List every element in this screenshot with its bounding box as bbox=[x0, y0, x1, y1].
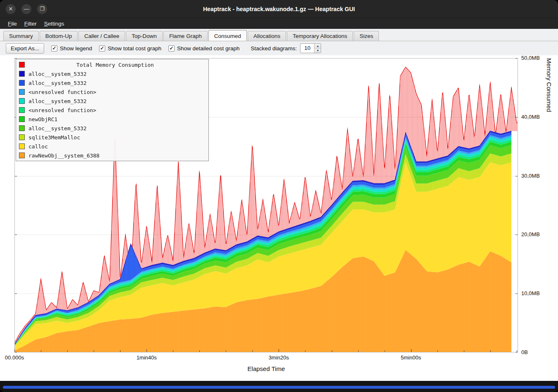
legend-label: alloc__system_5332 bbox=[28, 125, 87, 131]
show-legend-label: Show legend bbox=[60, 45, 92, 52]
legend-label: <unresolved function> bbox=[28, 107, 96, 113]
x-tick-label: 5min00s bbox=[401, 354, 421, 361]
legend-swatch bbox=[19, 143, 25, 149]
show-total-cost-checkbox[interactable]: ✓ Show total cost graph bbox=[99, 45, 161, 52]
chart-legend: Total Memory Consumption alloc__system_5… bbox=[16, 59, 209, 161]
legend-item: sqlite3MemMalloc bbox=[16, 133, 208, 142]
x-tick-label: 1min40s bbox=[137, 354, 157, 361]
legend-swatch bbox=[19, 134, 25, 140]
legend-label: rawNewObj__system_6388 bbox=[28, 153, 99, 159]
legend-item: alloc__system_5332 bbox=[16, 96, 208, 106]
x-tick-label: 00.000s bbox=[5, 354, 24, 361]
maximize-icon[interactable]: ❐ bbox=[37, 4, 47, 14]
stacked-diagrams-spinbox[interactable]: 10 ▲ ▼ bbox=[300, 43, 321, 53]
window-controls: ✕ — ❐ bbox=[6, 4, 47, 14]
legend-item: alloc__system_5332 bbox=[16, 78, 208, 87]
legend-item: newObjRC1 bbox=[16, 115, 208, 124]
menu-filter[interactable]: Filter bbox=[21, 19, 40, 28]
legend-title-row: Total Memory Consumption bbox=[16, 60, 208, 69]
export-as-button[interactable]: Export As... bbox=[6, 43, 44, 54]
y-tick-label: 20,0MB bbox=[521, 231, 540, 237]
stacked-diagrams-label: Stacked diagrams: bbox=[251, 45, 297, 52]
chart-area: Total Memory Consumption alloc__system_5… bbox=[0, 55, 558, 381]
legend-label: sqlite3MemMalloc bbox=[28, 134, 80, 141]
tab-sizes[interactable]: Sizes bbox=[354, 31, 379, 41]
checkbox-check-icon: ✓ bbox=[168, 45, 175, 52]
y-tick-label: 0B bbox=[521, 349, 528, 355]
menu-settings[interactable]: Settings bbox=[40, 19, 68, 28]
show-detailed-cost-checkbox[interactable]: ✓ Show detailed cost graph bbox=[168, 45, 240, 52]
x-axis-title: Elapsed Time bbox=[14, 365, 518, 372]
window-title: Heaptrack - heaptrack.wakunode.1.gz — He… bbox=[0, 6, 558, 12]
y-tick-label: 10,0MB bbox=[521, 290, 540, 296]
toolbar: Export As... ✓ Show legend ✓ Show total … bbox=[0, 41, 558, 55]
tab-summary[interactable]: Summary bbox=[3, 31, 39, 41]
tab-caller-callee[interactable]: Caller / Callee bbox=[78, 31, 125, 41]
show-legend-checkbox[interactable]: ✓ Show legend bbox=[51, 45, 92, 52]
menu-file[interactable]: File bbox=[4, 19, 21, 28]
legend-swatch bbox=[19, 107, 25, 113]
spin-down-icon[interactable]: ▼ bbox=[314, 48, 321, 53]
tab-flame-graph[interactable]: Flame Graph bbox=[163, 31, 208, 41]
stacked-diagrams-group: Stacked diagrams: 10 ▲ ▼ bbox=[251, 43, 322, 53]
show-detailed-cost-label: Show detailed cost graph bbox=[177, 45, 240, 52]
checkbox-check-icon: ✓ bbox=[51, 45, 57, 52]
legend-swatch bbox=[19, 116, 25, 122]
y-tick-label: 30,0MB bbox=[521, 173, 540, 179]
minimize-icon[interactable]: — bbox=[21, 4, 31, 14]
legend-swatch bbox=[19, 125, 25, 131]
y-axis-title: Memory Consumed bbox=[546, 58, 553, 352]
legend-label: <unresolved function> bbox=[28, 89, 96, 95]
y-tick-label: 40,0MB bbox=[521, 114, 540, 120]
titlebar: ✕ — ❐ Heaptrack - heaptrack.wakunode.1.g… bbox=[0, 0, 558, 18]
legend-label: alloc__system_5332 bbox=[28, 71, 87, 77]
tab-allocations[interactable]: Allocations bbox=[248, 31, 286, 41]
menubar: File Filter Settings bbox=[0, 18, 558, 29]
bottom-accent-bar bbox=[3, 386, 555, 389]
statusbar bbox=[0, 381, 558, 392]
heaptrack-window: ✕ — ❐ Heaptrack - heaptrack.wakunode.1.g… bbox=[0, 0, 558, 392]
legend-item: alloc__system_5332 bbox=[16, 124, 208, 133]
show-total-cost-label: Show total cost graph bbox=[108, 45, 161, 52]
x-tick-label: 3min20s bbox=[269, 354, 289, 361]
spin-buttons: ▲ ▼ bbox=[314, 44, 321, 53]
tab-temporary-allocations[interactable]: Temporary Allocations bbox=[287, 31, 353, 41]
legend-item: <unresolved function> bbox=[16, 87, 208, 96]
legend-item: <unresolved function> bbox=[16, 106, 208, 115]
legend-label: newObjRC1 bbox=[28, 116, 57, 122]
tabbar: Summary Bottom-Up Caller / Callee Top-Do… bbox=[0, 29, 558, 41]
legend-item: alloc__system_5332 bbox=[16, 69, 208, 78]
legend-label: calloc bbox=[28, 143, 48, 150]
legend-swatch bbox=[19, 80, 25, 86]
tab-bottom-up[interactable]: Bottom-Up bbox=[40, 31, 78, 41]
legend-item: rawNewObj__system_6388 bbox=[16, 151, 208, 160]
checkbox-check-icon: ✓ bbox=[99, 45, 105, 52]
legend-swatch bbox=[19, 153, 25, 158]
legend-item: calloc bbox=[16, 142, 208, 151]
y-tick-label: 50,0MB bbox=[521, 55, 540, 61]
legend-swatch bbox=[19, 98, 25, 104]
legend-label: alloc__system_5332 bbox=[28, 98, 87, 104]
tab-consumed[interactable]: Consumed bbox=[208, 30, 247, 41]
legend-label: alloc__system_5332 bbox=[28, 80, 87, 86]
spin-up-icon[interactable]: ▲ bbox=[314, 44, 321, 48]
stacked-diagrams-value[interactable]: 10 bbox=[300, 44, 314, 53]
legend-title: Total Memory Consumption bbox=[25, 62, 206, 68]
close-icon[interactable]: ✕ bbox=[6, 4, 16, 14]
legend-swatch-total bbox=[19, 62, 25, 68]
tab-top-down[interactable]: Top-Down bbox=[126, 31, 163, 41]
legend-swatch bbox=[19, 71, 25, 77]
legend-swatch bbox=[19, 89, 25, 95]
